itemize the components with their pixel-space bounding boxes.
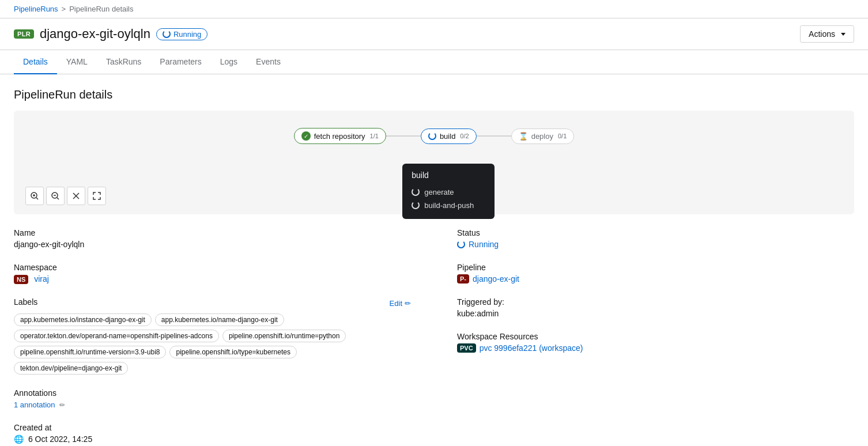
edit-labels-button[interactable]: Edit ✏ [390, 299, 411, 308]
tab-events[interactable]: Events [247, 50, 290, 74]
ns-badge: NS [14, 275, 28, 284]
breadcrumb-separator: > [62, 5, 66, 13]
tab-details[interactable]: Details [14, 50, 57, 74]
pipeline-value: P- django-ex-git [457, 274, 854, 284]
zoom-controls [25, 187, 106, 205]
breadcrumb: PipelineRuns > PipelineRun details [0, 0, 868, 18]
chevron-down-icon [841, 33, 846, 36]
node-label-fetch: fetch repository [314, 132, 365, 141]
node-label-deploy: deploy [531, 132, 553, 141]
status-label: Status [457, 228, 854, 237]
created-at-section: Created at 🌐 6 Oct 2022, 14:25 [14, 423, 411, 444]
connector-2 [477, 135, 511, 137]
pvc-link[interactable]: pvc 9996efa221 (workspace) [480, 343, 583, 353]
pipeline-flow: ✓ fetch repository 1/1 build 0/2 build g… [25, 128, 843, 144]
success-icon: ✓ [301, 131, 311, 141]
labels-container: app.kubernetes.io/instance-django-ex-git… [14, 313, 411, 375]
plr-badge: PLR [14, 29, 34, 39]
build-running-icon [428, 132, 436, 140]
namespace-section: Namespace NS viraj [14, 263, 411, 284]
deploy-pending-icon: ⌛ [519, 132, 528, 141]
annotation-edit-icon[interactable]: ✏ [59, 401, 65, 409]
zoom-in-button[interactable] [25, 187, 44, 205]
workspace-section: Workspace Resources PVC pvc 9996efa221 (… [457, 332, 854, 353]
name-section: Name django-ex-git-oylqln [14, 228, 411, 249]
pipeline-node-fetch-repository[interactable]: ✓ fetch repository 1/1 [294, 128, 386, 144]
node-count-build: 0/2 [460, 133, 469, 139]
node-label-build: build [440, 132, 455, 141]
fit-button[interactable] [67, 187, 85, 205]
label-tag: app.kubernetes.io/name-django-ex-git [155, 313, 284, 326]
annotation-link[interactable]: 1 annotation [14, 400, 55, 409]
created-at-value: 🌐 6 Oct 2022, 14:25 [14, 434, 411, 444]
namespace-label: Namespace [14, 263, 411, 272]
triggered-by-section: Triggered by: kube:admin [457, 297, 854, 318]
triggered-by-value: kube:admin [457, 309, 854, 318]
name-label: Name [14, 228, 411, 237]
label-tag: app.kubernetes.io/instance-django-ex-git [14, 313, 152, 326]
label-tag: operator.tekton.dev/operand-name=openshi… [14, 330, 219, 342]
namespace-link[interactable]: viraj [34, 274, 49, 284]
labels-label: Labels [14, 297, 37, 307]
status-text: Running [469, 240, 499, 249]
pvc-badge: PVC [457, 343, 476, 353]
breadcrumb-parent[interactable]: PipelineRuns [14, 5, 58, 13]
pipeline-node-build[interactable]: build 0/2 build generate build-and-push [421, 128, 477, 144]
actions-button[interactable]: Actions [800, 25, 854, 43]
generate-spin-icon [412, 188, 420, 196]
status-running-badge: Running [156, 28, 207, 40]
tabs-nav: Details YAML TaskRuns Parameters Logs Ev… [0, 50, 868, 74]
breadcrumb-current: PipelineRun details [69, 5, 133, 13]
build-and-push-spin-icon [412, 201, 420, 209]
actions-label: Actions [809, 29, 835, 39]
svg-line-1 [36, 198, 38, 199]
page-header: PLR django-ex-git-oylqln Running Actions [0, 18, 868, 50]
pencil-icon: ✏ [405, 299, 411, 308]
running-spin-icon [163, 30, 171, 38]
pipeline-label: Pipeline [457, 263, 854, 272]
triggered-by-label: Triggered by: [457, 297, 854, 307]
expand-button[interactable] [88, 187, 106, 205]
annotations-value: 1 annotation ✏ [14, 400, 411, 409]
tab-yaml[interactable]: YAML [57, 50, 97, 74]
pipeline-node-deploy[interactable]: ⌛ deploy 0/1 [511, 128, 575, 144]
created-at-label: Created at [14, 423, 411, 432]
details-grid: Name django-ex-git-oylqln Namespace NS v… [14, 228, 854, 446]
build-tooltip: build generate build-and-push [402, 164, 495, 219]
status-value: Running [457, 240, 854, 249]
generate-label: generate [424, 188, 454, 196]
label-tag: pipeline.openshift.io/type=kubernetes [169, 346, 296, 358]
node-count-deploy: 0/1 [558, 133, 567, 139]
header-left: PLR django-ex-git-oylqln Running [14, 27, 207, 41]
label-tag: pipeline.openshift.io/runtime=python [222, 330, 346, 342]
build-tooltip-item-generate[interactable]: generate [412, 186, 485, 199]
page-title: django-ex-git-oylqln [40, 27, 150, 41]
label-tag: pipeline.openshift.io/runtime-version=3.… [14, 346, 166, 358]
build-tooltip-title: build [412, 171, 485, 180]
labels-section: Labels Edit ✏ app.kubernetes.io/instance… [14, 297, 411, 375]
status-running-label: Running [173, 30, 201, 39]
section-title: PipelineRun details [14, 88, 854, 101]
tab-parameters[interactable]: Parameters [150, 50, 210, 74]
namespace-value: NS viraj [14, 274, 411, 284]
tab-logs[interactable]: Logs [211, 50, 247, 74]
status-section: Status Running [457, 228, 854, 249]
tab-taskruns[interactable]: TaskRuns [97, 50, 150, 74]
pipeline-link[interactable]: django-ex-git [473, 274, 519, 284]
edit-label: Edit [390, 299, 402, 308]
content: PipelineRun details ✓ fetch repository 1… [0, 74, 868, 446]
workspace-label: Workspace Resources [457, 332, 854, 341]
node-count-fetch: 1/1 [370, 133, 379, 139]
labels-header: Labels Edit ✏ [14, 297, 411, 309]
pipeline-section: Pipeline P- django-ex-git [457, 263, 854, 284]
label-tag: tekton.dev/pipeline=django-ex-git [14, 362, 128, 375]
build-tooltip-item-build-and-push[interactable]: build-and-push [412, 199, 485, 212]
name-value: django-ex-git-oylqln [14, 240, 411, 249]
build-and-push-label: build-and-push [424, 201, 474, 210]
annotations-section: Annotations 1 annotation ✏ [14, 388, 411, 409]
svg-line-5 [57, 198, 59, 199]
workspace-value: PVC pvc 9996efa221 (workspace) [457, 343, 854, 353]
zoom-out-button[interactable] [46, 187, 65, 205]
status-spin-icon [457, 240, 465, 248]
details-right-column: Status Running Pipeline P- django-ex-git… [457, 228, 854, 446]
